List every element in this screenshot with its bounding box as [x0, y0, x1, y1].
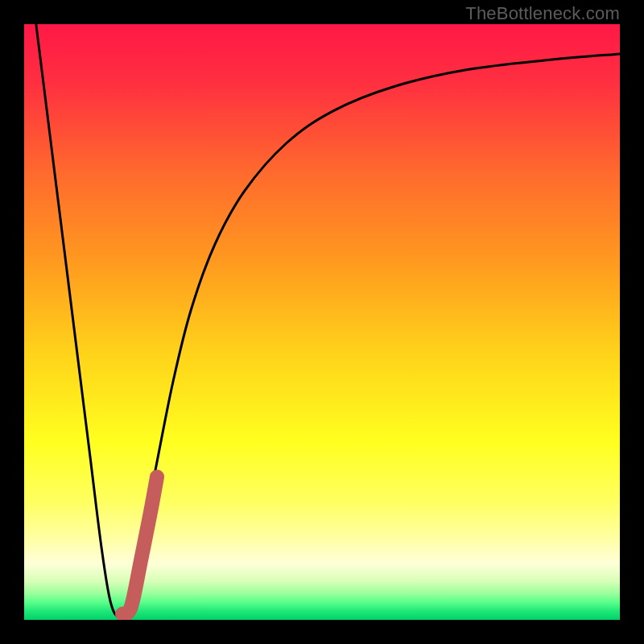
bottleneck-curve	[36, 24, 620, 617]
marker-segment	[122, 477, 157, 613]
curves-layer	[24, 24, 620, 620]
plot-area	[24, 24, 620, 620]
chart-frame: TheBottleneck.com	[0, 0, 644, 644]
watermark-text: TheBottleneck.com	[465, 3, 620, 24]
